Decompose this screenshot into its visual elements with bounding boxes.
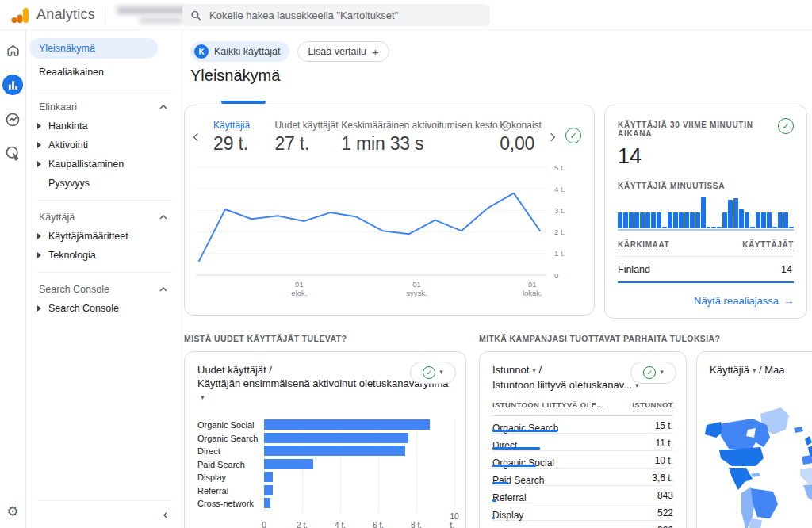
search-icon — [190, 10, 201, 21]
metric-value: 0,00 — [500, 133, 542, 155]
top-countries-column[interactable]: KÄRKIMAAT — [618, 240, 669, 251]
data-quality-check-icon[interactable]: ✓ — [565, 128, 581, 143]
metric-total-revenue[interactable]: Kokonaist 0,00 — [500, 120, 542, 155]
chevron-up-icon — [159, 287, 167, 292]
selected-metric-indicator — [221, 101, 266, 104]
realtime-users-value: 14 — [618, 144, 794, 169]
card-options[interactable]: ✓ ▾ — [410, 362, 456, 384]
realtime-title: KÄYTTÄJIÄ 30 VIIME MINUUTIN AIKANA — [618, 121, 778, 138]
minute-bar — [722, 212, 727, 228]
nav-item-user-attributes[interactable]: Käyttäjämääritteet — [26, 227, 182, 246]
search-input[interactable] — [209, 10, 482, 21]
minute-bar — [739, 209, 744, 228]
collapse-nav-icon[interactable]: ‹ — [163, 507, 167, 522]
add-comparison-chip[interactable]: Lisää vertailu + — [297, 41, 389, 62]
nav-item-label: Pysyvyys — [48, 178, 90, 189]
nav-item-acquisition[interactable]: Hankinta — [26, 117, 182, 136]
bar-category-label: Organic Search — [197, 434, 258, 443]
x-axis-tick: 6 t. — [373, 521, 384, 528]
dimension-selector[interactable]: Käyttäjän ensimmäisenä aktivoinut oletus… — [197, 377, 449, 389]
expand-arrow-icon — [37, 252, 41, 258]
nav-item-realtime[interactable]: Reaaliaikainen — [26, 62, 182, 82]
minute-bar — [690, 212, 695, 228]
view-realtime-label: Näytä reaaliajassa — [694, 295, 779, 307]
data-quality-check-icon: ✓ — [643, 366, 656, 379]
nav-item-tech[interactable]: Teknologia — [26, 246, 182, 265]
minute-bar — [651, 212, 656, 228]
bar[interactable] — [264, 419, 430, 430]
view-realtime-link[interactable]: Näytä reaaliajassa → — [694, 295, 794, 307]
bar-category-label: Referral — [197, 486, 228, 495]
caret-down-icon: ▾ — [439, 368, 443, 376]
analytics-logo[interactable]: Analytics — [11, 6, 95, 25]
nav-item-retention[interactable]: Pysyvyys — [26, 174, 182, 193]
row-label: Referral — [492, 492, 527, 503]
metric-selector[interactable]: Uudet käyttäjät / — [197, 364, 272, 377]
nav-item-search-console[interactable]: Search Console — [26, 299, 182, 318]
global-search[interactable] — [182, 4, 490, 26]
comparison-chips: K Kaikki käyttäjät Lisää vertailu + — [190, 41, 389, 62]
scroll-metrics-left-icon[interactable] — [193, 131, 199, 143]
section-title-new-users: MISTÄ UUDET KÄYTTÄJÄT TULEVAT? — [184, 334, 347, 343]
bar[interactable] — [264, 472, 273, 482]
nav-section-label: Käyttäjä — [39, 208, 75, 227]
bar[interactable] — [264, 433, 408, 443]
svg-text:5 t.: 5 t. — [554, 163, 565, 172]
bar[interactable] — [264, 498, 270, 508]
metric-users[interactable]: Käyttäjiä 29 t. — [213, 120, 274, 155]
card-options[interactable]: ✓ ▾ — [630, 362, 676, 384]
nav-section-lifecycle[interactable]: Elinkaari — [26, 98, 182, 117]
arrow-right-icon: → — [783, 295, 794, 307]
svg-text:3 t.: 3 t. — [554, 206, 565, 215]
minute-bar — [618, 212, 622, 228]
explore-icon[interactable] — [4, 111, 21, 128]
account-selector[interactable] — [117, 6, 190, 24]
bar[interactable] — [264, 446, 405, 456]
users-per-minute-label: KÄYTTÄJIÄ MINUUTISSA — [618, 182, 794, 190]
nav-section-user[interactable]: Käyttäjä — [26, 208, 182, 227]
bar[interactable] — [264, 459, 313, 469]
table-row: Referral 843 — [492, 486, 673, 503]
users-column[interactable]: KÄYTTÄJÄT — [742, 240, 794, 251]
metric-selector[interactable]: Käyttäjiä — [710, 364, 749, 376]
metric-selector[interactable]: Istunnot — [492, 364, 529, 376]
section-title-campaigns: MITKÄ KAMPANJASI TUOTTAVAT PARHAITA TULO… — [479, 334, 720, 343]
topbar-divider — [105, 6, 105, 24]
nav-item-monetization[interactable]: Kaupallistaminen — [26, 155, 182, 174]
table-col-dimension[interactable]: ISTUNTOON LIITTYVÄ OLE... — [492, 400, 604, 411]
separator: / — [759, 364, 762, 376]
x-axis-tick: 2 t. — [297, 521, 308, 528]
home-icon[interactable] — [4, 41, 21, 59]
admin-gear-icon[interactable]: ⚙ — [0, 503, 25, 520]
bar-row: Paid Search — [197, 458, 458, 471]
svg-text:01: 01 — [412, 280, 421, 289]
account-name-redacted — [117, 6, 190, 14]
nav-item-engagement[interactable]: Aktivointi — [26, 136, 182, 155]
dimension-selector[interactable]: Istuntoon liittyvä oletuskanav... — [492, 379, 632, 391]
bar-row: Cross-network — [197, 497, 458, 510]
reports-icon[interactable] — [2, 75, 23, 95]
advertising-icon[interactable] — [4, 144, 21, 162]
nav-divider — [37, 200, 172, 201]
minute-bar — [673, 212, 678, 228]
bar-row: Display — [197, 471, 458, 484]
data-quality-check-icon[interactable]: ✓ — [778, 118, 794, 134]
nav-section-search-console[interactable]: Search Console — [26, 280, 182, 299]
metric-new-users[interactable]: Uudet käyttäjät 27 t. — [274, 120, 341, 155]
dimension-selector[interactable]: Maa — [764, 364, 784, 377]
expand-arrow-icon — [37, 161, 41, 167]
minute-bar — [745, 212, 749, 228]
all-users-chip-label: Kaikki käyttäjät — [214, 46, 280, 57]
bar-category-label: Direct — [197, 446, 220, 456]
table-col-metric[interactable]: ISTUNNOT — [632, 400, 673, 411]
country-name: Finland — [618, 264, 650, 275]
table-row: Direct 11 t. — [492, 434, 673, 451]
scroll-metrics-right-icon[interactable] — [550, 131, 556, 143]
all-users-chip[interactable]: K Kaikki käyttäjät — [190, 41, 289, 62]
metric-avg-engagement-time[interactable]: Keskimääräinen aktivoitumisen kesto? 1 m… — [341, 120, 500, 155]
minute-bar — [783, 212, 788, 228]
caret-down-icon: ▾ — [201, 391, 205, 404]
nav-item-overview[interactable]: Yleisnäkymä — [29, 38, 158, 59]
bar[interactable] — [264, 485, 273, 495]
nav-item-label: Kaupallistaminen — [48, 159, 124, 170]
